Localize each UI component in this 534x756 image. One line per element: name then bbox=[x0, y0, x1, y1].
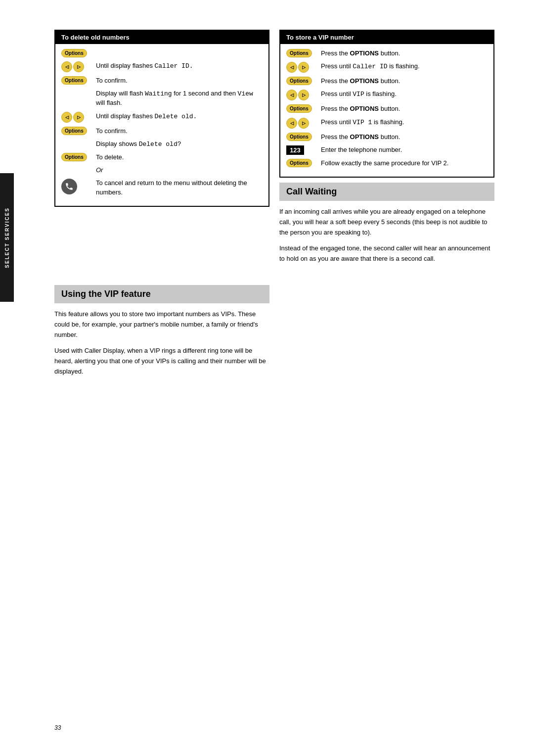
arrow-buttons: ◁ ▷ bbox=[286, 62, 309, 73]
vip-text-6: Press until VIP 1 is flashing. bbox=[321, 118, 488, 127]
options-button[interactable]: Options bbox=[61, 153, 87, 161]
vip-text-1: Press the OPTIONS button. bbox=[321, 49, 488, 58]
vip-options-icon-7: Options bbox=[286, 133, 316, 141]
vip-feature-para1: This feature allows you to store two imp… bbox=[54, 309, 269, 340]
phone-icon-10 bbox=[61, 179, 91, 194]
delete-row-4: Display will flash Waiting for 1 second … bbox=[61, 89, 263, 107]
delete-numbers-header: To delete old numbers bbox=[55, 31, 268, 44]
skip-arrow[interactable]: ▷ bbox=[73, 112, 84, 123]
vip-store-box: To store a VIP number Options Press the … bbox=[279, 30, 494, 178]
options-button[interactable]: Options bbox=[61, 76, 87, 85]
vip-row-8: 123 Enter the telephone number. bbox=[286, 145, 488, 155]
vip-options-icon-9: Options bbox=[286, 159, 316, 167]
skip-arrow[interactable]: ▷ bbox=[298, 90, 309, 100]
delete-text-2: Until display flashes Caller ID. bbox=[96, 61, 263, 71]
options-button[interactable]: Options bbox=[286, 133, 312, 141]
delete-text-3: To confirm. bbox=[96, 76, 263, 85]
call-waiting-header: Call Waiting bbox=[279, 183, 494, 201]
vip-row-7: Options Press the OPTIONS button. bbox=[286, 133, 488, 142]
side-tab: SELECT SERVICES bbox=[0, 173, 14, 302]
options-icon-1: Options bbox=[61, 49, 91, 57]
vip-options-icon-3: Options bbox=[286, 77, 316, 85]
phone-button[interactable] bbox=[61, 179, 77, 194]
vip-feature-header: Using the VIP feature bbox=[54, 285, 269, 303]
vip-arrows-icon-2: ◁ ▷ bbox=[286, 62, 316, 73]
del-arrow[interactable]: ◁ bbox=[286, 118, 297, 129]
vip-text-5: Press the OPTIONS button. bbox=[321, 104, 488, 113]
delete-text-6: To confirm. bbox=[96, 127, 263, 136]
delete-row-7: Display shows Delete old? bbox=[61, 140, 263, 149]
del-arrow[interactable]: ◁ bbox=[286, 90, 297, 100]
del-arrow[interactable]: ◁ bbox=[61, 112, 72, 123]
arrow-buttons: ◁ ▷ bbox=[286, 118, 309, 129]
call-waiting-para1: If an incoming call arrives while you ar… bbox=[279, 207, 494, 237]
vip-text-2: Press until Caller ID is flashing. bbox=[321, 62, 488, 71]
column-left: To delete old numbers Options bbox=[54, 30, 269, 270]
column-right: To store a VIP number Options Press the … bbox=[279, 30, 494, 270]
vip-row-2: ◁ ▷ Press until Caller ID is flashing. bbox=[286, 62, 488, 73]
vip-arrows-icon-6: ◁ ▷ bbox=[286, 118, 316, 129]
side-tab-label: SELECT SERVICES bbox=[4, 207, 10, 268]
options-button[interactable]: Options bbox=[286, 77, 312, 85]
vip-options-icon-5: Options bbox=[286, 104, 316, 113]
vip-row-4: ◁ ▷ Press until VIP is flashing. bbox=[286, 90, 488, 100]
delete-row-10: To cancel and return to the menu without… bbox=[61, 179, 263, 196]
vip-feature-section: Using the VIP feature This feature allow… bbox=[54, 285, 269, 383]
options-icon-3: Options bbox=[61, 76, 91, 85]
arrows-icon-5: ◁ ▷ bbox=[61, 112, 91, 123]
delete-numbers-box: To delete old numbers Options bbox=[54, 30, 269, 207]
delete-row-2: ◁ ▷ Until display flashes Caller ID. bbox=[61, 61, 263, 72]
arrows-icon-2: ◁ ▷ bbox=[61, 61, 91, 72]
options-button[interactable]: Options bbox=[286, 104, 312, 113]
options-button[interactable]: Options bbox=[61, 49, 87, 57]
vip-text-9: Follow exactly the same procedure for VI… bbox=[321, 159, 488, 168]
skip-arrow[interactable]: ▷ bbox=[298, 62, 309, 73]
del-arrow[interactable]: ◁ bbox=[61, 61, 72, 72]
delete-row-1: Options bbox=[61, 49, 263, 57]
vip-store-body: Options Press the OPTIONS button. ◁ ▷ bbox=[280, 44, 493, 177]
delete-row-5: ◁ ▷ Until display flashes Delete old. bbox=[61, 112, 263, 123]
main-content: To delete old numbers Options bbox=[54, 30, 494, 383]
vip-row-5: Options Press the OPTIONS button. bbox=[286, 104, 488, 113]
delete-text-5: Until display flashes Delete old. bbox=[96, 112, 263, 121]
vip-arrows-icon-4: ◁ ▷ bbox=[286, 90, 316, 100]
del-arrow[interactable]: ◁ bbox=[286, 62, 297, 73]
bottom-sections: Using the VIP feature This feature allow… bbox=[54, 285, 494, 383]
123-button: 123 bbox=[286, 145, 304, 155]
vip-feature-para2: Used with Caller Display, when a VIP rin… bbox=[54, 346, 269, 377]
delete-row-8: Options To delete. bbox=[61, 153, 263, 162]
vip-123-icon-8: 123 bbox=[286, 145, 316, 155]
two-column-instructions: To delete old numbers Options bbox=[54, 30, 494, 270]
call-waiting-para2: Instead of the engaged tone, the second … bbox=[279, 243, 494, 264]
vip-row-3: Options Press the OPTIONS button. bbox=[286, 77, 488, 86]
delete-text-9: Or bbox=[96, 166, 263, 175]
delete-row-9: Or bbox=[61, 166, 263, 175]
options-button[interactable]: Options bbox=[61, 127, 87, 135]
skip-arrow[interactable]: ▷ bbox=[73, 61, 84, 72]
right-spacer bbox=[279, 285, 494, 383]
arrow-buttons: ◁ ▷ bbox=[61, 61, 84, 72]
vip-options-icon-1: Options bbox=[286, 49, 316, 57]
vip-store-header: To store a VIP number bbox=[280, 31, 493, 44]
page-number: 33 bbox=[54, 724, 61, 731]
vip-text-4: Press until VIP is flashing. bbox=[321, 90, 488, 99]
delete-numbers-body: Options ◁ ▷ Unti bbox=[55, 44, 268, 206]
delete-text-7: Display shows Delete old? bbox=[96, 140, 263, 149]
skip-arrow[interactable]: ▷ bbox=[298, 118, 309, 129]
vip-text-3: Press the OPTIONS button. bbox=[321, 77, 488, 86]
delete-text-10: To cancel and return to the menu without… bbox=[96, 179, 263, 196]
delete-row-3: Options To confirm. bbox=[61, 76, 263, 85]
options-icon-6: Options bbox=[61, 127, 91, 135]
call-waiting-section: Call Waiting If an incoming call arrives… bbox=[279, 183, 494, 264]
arrow-buttons: ◁ ▷ bbox=[61, 112, 84, 123]
vip-text-8: Enter the telephone number. bbox=[321, 145, 488, 154]
vip-row-6: ◁ ▷ Press until VIP 1 is flashing. bbox=[286, 118, 488, 129]
delete-text-8: To delete. bbox=[96, 153, 263, 162]
arrow-buttons: ◁ ▷ bbox=[286, 90, 309, 100]
delete-text-4: Display will flash Waiting for 1 second … bbox=[96, 89, 263, 107]
options-button[interactable]: Options bbox=[286, 159, 312, 167]
options-button[interactable]: Options bbox=[286, 49, 312, 57]
vip-row-9: Options Follow exactly the same procedur… bbox=[286, 159, 488, 168]
vip-row-1: Options Press the OPTIONS button. bbox=[286, 49, 488, 58]
delete-row-6: Options To confirm. bbox=[61, 127, 263, 136]
